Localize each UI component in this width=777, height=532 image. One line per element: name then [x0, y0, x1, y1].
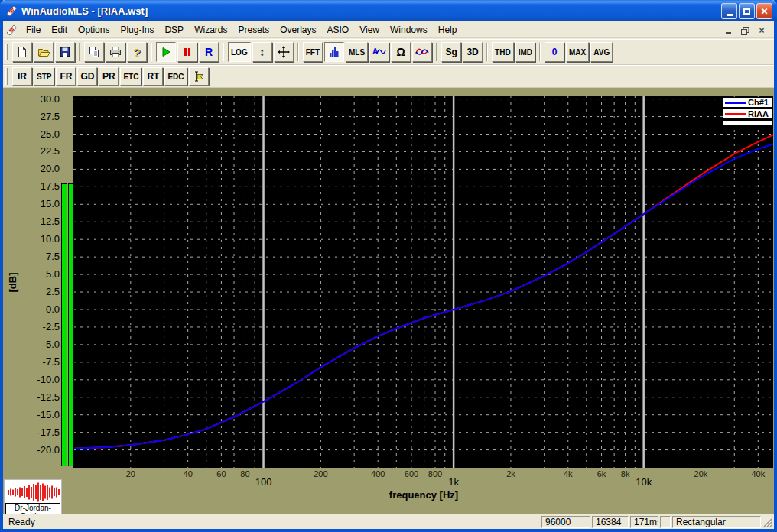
- vertical-zoom-button[interactable]: ↕: [252, 42, 272, 62]
- menu-overlays[interactable]: Overlays: [275, 23, 321, 37]
- thd-label: THD: [495, 48, 511, 57]
- measurement-toolbar: IRSTPFRGDPRETCRTEDC: [3, 65, 774, 88]
- status-bar: Ready 9600016384171msRectangular: [3, 514, 774, 529]
- status-extra: [660, 516, 671, 528]
- record-button[interactable]: R: [199, 42, 219, 62]
- y-tick-label: 10.0: [15, 233, 60, 245]
- x-tick-label: 20: [114, 469, 148, 478]
- y-tick-label: -12.5: [15, 391, 60, 404]
- spectrum-button[interactable]: [324, 42, 344, 62]
- log-scale-button[interactable]: LOG: [228, 42, 251, 62]
- menu-edit[interactable]: Edit: [46, 23, 73, 37]
- new-button[interactable]: [12, 42, 32, 62]
- logo-bar: [54, 488, 55, 496]
- menu-view[interactable]: View: [354, 23, 385, 37]
- y-tick-label: -10.0: [15, 374, 60, 386]
- save-button[interactable]: [55, 42, 75, 62]
- legend-entry-ch1: Ch#1: [723, 97, 773, 108]
- group-delay-button[interactable]: GD: [77, 67, 97, 86]
- menu-options[interactable]: Options: [73, 23, 115, 37]
- max-hold-button[interactable]: MAX: [566, 42, 589, 62]
- maximize-button[interactable]: [739, 3, 755, 19]
- logo-bar: [40, 485, 41, 500]
- legend-label: RIAA: [748, 109, 769, 118]
- pause-button[interactable]: [177, 42, 197, 62]
- print-button[interactable]: [106, 42, 125, 62]
- menu-wizards[interactable]: Wizards: [189, 23, 232, 37]
- signal-analyzer-button[interactable]: A: [369, 42, 389, 62]
- open-button[interactable]: [34, 42, 54, 62]
- mdi-restore-button[interactable]: [739, 24, 751, 35]
- mls-button[interactable]: MLS: [346, 42, 368, 62]
- minimize-button[interactable]: [721, 3, 737, 19]
- thd-button[interactable]: THD: [492, 42, 514, 62]
- menu-windows[interactable]: Windows: [385, 23, 433, 37]
- impulse-response-label: IR: [18, 71, 27, 82]
- logo-bar: [42, 484, 44, 501]
- x-tick-label: 4k: [551, 469, 585, 478]
- log-scale-label: LOG: [231, 48, 248, 57]
- toolbar-separator: [486, 43, 488, 61]
- status-message: Ready: [3, 517, 541, 527]
- help-label: ?: [133, 46, 140, 59]
- fft-button[interactable]: FFT: [303, 42, 323, 62]
- toolbar-separator: [297, 43, 299, 61]
- energy-decay-curve-button[interactable]: EDC: [164, 67, 187, 86]
- logo-bar: [44, 486, 46, 499]
- frequency-response-button[interactable]: FR: [56, 67, 76, 86]
- reverb-time-button[interactable]: RT: [143, 67, 163, 86]
- resize-grip[interactable]: [762, 516, 773, 528]
- y-tick-label: 2.5: [15, 286, 60, 298]
- logo-bar: [12, 490, 14, 495]
- vendor-logo-text: Dr-Jordan-Design: [5, 503, 60, 514]
- menu-dsp[interactable]: DSP: [159, 23, 189, 37]
- marker-button[interactable]: [189, 67, 209, 86]
- zero-button[interactable]: 0: [545, 42, 564, 62]
- toolbar-grip[interactable]: [5, 44, 8, 60]
- copy-button[interactable]: [84, 42, 104, 62]
- signal-generator-button[interactable]: Sg: [441, 42, 461, 62]
- status-duration: 171ms: [630, 516, 658, 528]
- step-response-label: STP: [37, 73, 51, 81]
- average-button[interactable]: AVG: [590, 42, 613, 62]
- toolbar-grip[interactable]: [5, 68, 8, 85]
- impedance-button[interactable]: Ω: [391, 42, 411, 62]
- menu-presets[interactable]: Presets: [232, 23, 275, 37]
- menu-plugins[interactable]: Plug-Ins: [115, 23, 159, 37]
- y-tick-label: -20.0: [15, 444, 60, 456]
- save-floppy-icon: [59, 46, 71, 58]
- phase-response-button[interactable]: PR: [99, 67, 119, 86]
- main-toolbar: ?RLOG↕FFTMLSAΩSg3DTHDIMD0MAXAVG: [3, 39, 774, 65]
- step-response-button[interactable]: STP: [34, 67, 54, 86]
- legend-label: Ch#1: [748, 98, 769, 107]
- new-doc-icon: [16, 46, 28, 58]
- help-button[interactable]: ?: [127, 42, 147, 62]
- zero-label: 0: [552, 47, 558, 57]
- logo-bar: [35, 485, 37, 499]
- plot-canvas[interactable]: [73, 96, 773, 468]
- y-tick-label: 22.5: [15, 145, 60, 157]
- energy-time-curve-button[interactable]: ETC: [120, 67, 141, 86]
- menu-file[interactable]: File: [21, 23, 46, 37]
- impulse-response-button[interactable]: IR: [12, 67, 32, 86]
- logo-bar: [37, 483, 39, 502]
- pan-button[interactable]: [274, 42, 294, 62]
- y-tick-label: 0.0: [15, 303, 60, 316]
- toolbar-separator: [151, 43, 152, 61]
- mdi-minimize-icon: [726, 32, 731, 34]
- fft-label: FFT: [306, 48, 320, 57]
- y-tick-label: -2.5: [15, 321, 60, 333]
- mdi-minimize-button[interactable]: [722, 24, 734, 35]
- three-d-button[interactable]: 3D: [463, 42, 483, 62]
- y-tick-label: 12.5: [15, 216, 60, 228]
- imd-button[interactable]: IMD: [515, 42, 535, 62]
- transfer-function-button[interactable]: [412, 42, 432, 62]
- play-button[interactable]: [156, 42, 176, 62]
- title-bar[interactable]: WinAudioMLS - [RIAA.wst] ✕: [0, 0, 777, 21]
- mdi-close-button[interactable]: ×: [756, 24, 768, 35]
- close-button[interactable]: ✕: [756, 3, 772, 19]
- menu-help[interactable]: Help: [433, 23, 463, 37]
- menu-asio[interactable]: ASIO: [322, 23, 355, 37]
- pan-arrows-icon: [278, 46, 290, 58]
- y-tick-label: -15.0: [15, 409, 60, 421]
